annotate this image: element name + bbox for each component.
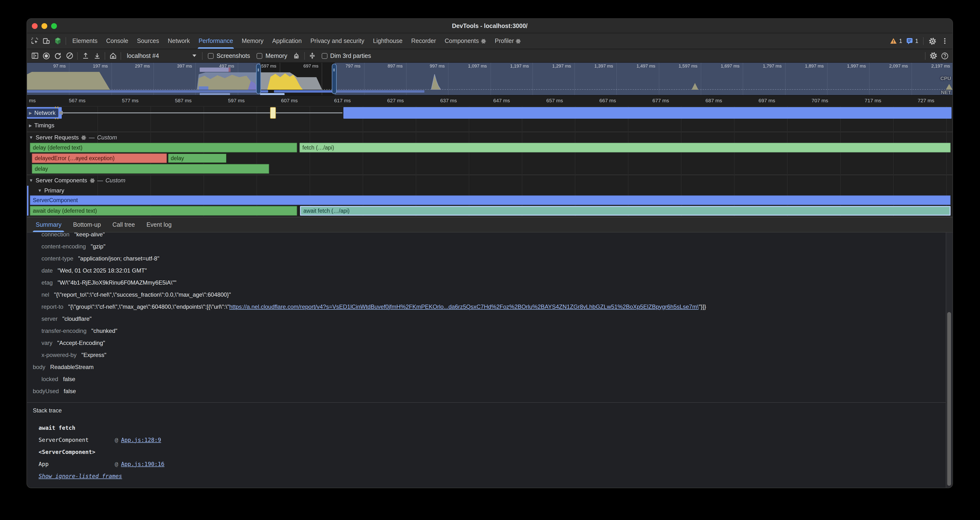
panel-tabs: ElementsConsoleSourcesNetworkPerformance… (68, 33, 525, 49)
record-icon[interactable] (40, 50, 52, 62)
details-tab-event-log[interactable]: Event log (141, 218, 177, 232)
flame-bar-label: delay (35, 166, 48, 172)
custom-track-suffix: Custom (97, 134, 117, 141)
ruler-tick: 627 ms (376, 97, 415, 103)
performance-toolbar: localhost #4 Screenshots Memory (27, 49, 953, 63)
home-icon[interactable] (107, 50, 119, 62)
selection-handle-right[interactable]: ‖ (332, 64, 337, 94)
upload-profile-icon[interactable] (80, 50, 91, 62)
flame-bar[interactable]: await delay (deferred text) (30, 206, 297, 216)
history-dropdown[interactable]: localhost #4 (123, 52, 200, 59)
property-row: report-to"{\"group\":\"cf-nel\",\"max_ag… (27, 301, 945, 313)
flame-bar[interactable]: delay (32, 164, 269, 174)
tab-performance[interactable]: Performance (194, 33, 237, 49)
property-value: "Wed, 01 Oct 2025 18:32:01 GMT" (57, 267, 147, 274)
minimize-window-button[interactable] (41, 23, 47, 29)
download-profile-icon[interactable] (91, 50, 103, 62)
scrollbar-thumb[interactable] (947, 312, 951, 486)
tab-sources[interactable]: Sources (133, 33, 164, 49)
timings-track-label[interactable]: ▶ Timings (27, 121, 57, 130)
screenshots-label: Screenshots (216, 52, 250, 59)
flame-bar[interactable]: delay (deferred text) (30, 143, 297, 153)
overview-tick: 397 ms (153, 63, 192, 70)
device-toolbar-icon[interactable] (40, 35, 52, 47)
server-requests-header[interactable]: ▼ Server Requests — Custom (27, 132, 953, 143)
tab-recorder[interactable]: Recorder (407, 33, 440, 49)
tab-network[interactable]: Network (164, 33, 194, 49)
close-window-button[interactable] (32, 23, 38, 29)
timeline-overview[interactable]: 97 ms197 ms297 ms397 ms497 ms597 ms697 m… (27, 63, 953, 95)
tab-profiler[interactable]: Profiler (490, 33, 525, 49)
track-config-handle[interactable] (59, 111, 62, 114)
network-track[interactable]: ▶ Network (27, 107, 953, 119)
property-row: content-encoding"gzip" (27, 240, 945, 252)
detail-ruler[interactable]: ms 567 ms577 ms587 ms597 ms607 ms617 ms6… (27, 95, 953, 107)
details-tab-bottom-up[interactable]: Bottom-up (67, 218, 107, 232)
inspect-element-icon[interactable] (29, 35, 40, 47)
tab-lighthouse[interactable]: Lighthouse (369, 33, 407, 49)
screenshots-checkbox[interactable]: Screenshots (205, 52, 253, 59)
network-track-title: Network (34, 110, 56, 116)
network-track-label[interactable]: ▶ Network (27, 108, 58, 117)
warning-icon[interactable] (889, 35, 897, 47)
report-to-url-link[interactable]: https://a.nel.cloudflare.com/report/v4?s… (229, 303, 698, 310)
server-components-header[interactable]: ▼ Server Components — Custom (27, 175, 953, 186)
dim-3rd-parties-checkbox[interactable]: Dim 3rd parties (318, 52, 374, 59)
flame-bar-label: ServerComponent (33, 197, 78, 203)
divider (923, 37, 924, 45)
kebab-menu-icon[interactable] (939, 35, 951, 47)
flame-bar-label: await fetch (…/api) (303, 208, 350, 214)
overview-tick: 1,797 ms (743, 63, 782, 70)
primary-group-header[interactable]: ▼ Primary (27, 186, 953, 196)
extension-gem-icon[interactable] (52, 35, 64, 47)
tab-components[interactable]: Components (440, 33, 490, 49)
network-pending-request[interactable] (270, 107, 276, 119)
property-row: server"cloudflare" (27, 313, 945, 324)
issues-count: 1 (915, 38, 918, 44)
screen: DevTools - localhost:3000/ (0, 0, 980, 520)
flame-bar[interactable]: delay (168, 153, 227, 163)
frame-location-link[interactable]: App.js:128:9 (121, 436, 161, 443)
clear-icon[interactable] (64, 50, 75, 62)
cpu-strip-label: CPU (940, 75, 951, 81)
toggle-sidebar-icon[interactable] (29, 50, 40, 62)
help-icon[interactable] (939, 50, 951, 62)
timings-track[interactable]: ▶ Timings (27, 119, 953, 132)
details-tab-summary[interactable]: Summary (30, 218, 67, 232)
server-requests-row: delay (27, 164, 953, 174)
reload-record-icon[interactable] (52, 50, 64, 62)
tab-application[interactable]: Application (268, 33, 306, 49)
network-request-bar[interactable] (344, 107, 951, 119)
settings-gear-icon[interactable] (926, 35, 938, 47)
frame-location-link[interactable]: App.js:190:16 (121, 460, 164, 467)
tab-privacy-and-security[interactable]: Privacy and security (306, 33, 369, 49)
tab-console[interactable]: Console (102, 33, 133, 49)
details-tab-call-tree[interactable]: Call tree (107, 218, 141, 232)
zoom-window-button[interactable] (51, 23, 57, 29)
flame-bar[interactable]: delayedError (…ayed exception) (32, 153, 167, 163)
memory-label: Memory (266, 52, 287, 59)
tab-elements[interactable]: Elements (68, 33, 102, 49)
dim-3rd-parties-label: Dim 3rd parties (330, 52, 371, 59)
property-value: "Accept-Encoding" (57, 339, 105, 346)
expanded-triangle-icon: ▼ (38, 188, 42, 193)
memory-checkbox[interactable]: Memory (253, 52, 291, 59)
scrollbar[interactable] (946, 232, 953, 488)
flame-bar[interactable]: await fetch (…/api) (300, 206, 951, 216)
garbage-collect-icon[interactable] (291, 50, 302, 62)
property-value: "gzip" (91, 243, 105, 250)
flame-bar[interactable]: ServerComponent (30, 196, 951, 205)
checkbox-box (321, 53, 327, 59)
property-row: connection"keep-alive" (27, 232, 945, 240)
property-key: vary (41, 339, 52, 346)
issues-icon[interactable] (905, 35, 914, 47)
panel-settings-gear-icon[interactable] (928, 50, 939, 62)
flame-bar[interactable]: fetch (…/api) (299, 143, 951, 153)
property-value: "{\"group\":\"cf-nel\",\"max_age\":60480… (68, 303, 229, 310)
show-ignore-listed-frames-link[interactable]: Show ignore-listed frames (38, 472, 122, 479)
property-row: lockedfalse (27, 373, 945, 385)
property-row: etag"W/\"4b1-RjEJloX9kRinu6F0MAZMmy6E5iA… (27, 277, 945, 288)
collapse-sections-icon[interactable] (307, 50, 318, 62)
tab-memory[interactable]: Memory (237, 33, 268, 49)
selection-handle-left[interactable]: ‖ (256, 64, 261, 94)
